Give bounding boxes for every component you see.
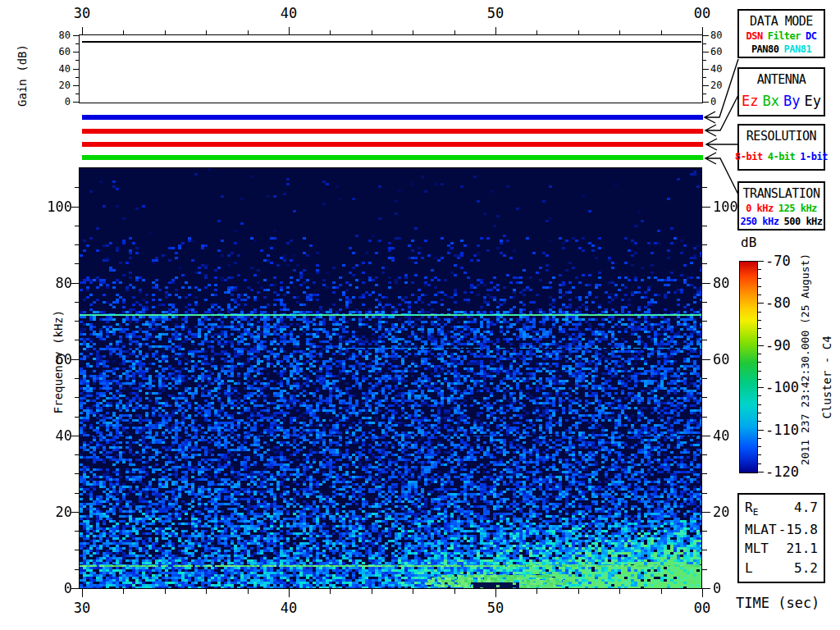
tick <box>71 207 80 208</box>
tick-label: -100 <box>765 381 799 395</box>
tick <box>757 303 764 304</box>
ephemeris-row: RE4.7 <box>739 501 824 517</box>
gain-axis-label: Gain (dB) <box>16 44 28 107</box>
tick-label: 50 <box>487 601 504 615</box>
panel-translation: TRANSLATION 0 kHz125 kHz250 kHz500 kHz <box>737 181 825 231</box>
tick <box>757 446 761 447</box>
tick <box>73 52 80 52</box>
tick <box>757 294 761 295</box>
tick <box>702 52 709 52</box>
tick <box>75 417 80 418</box>
ephemeris-label: MLT <box>745 542 769 555</box>
antenna-value: Bx <box>763 93 779 109</box>
data-mode-value: DSN <box>746 30 763 42</box>
tick <box>75 473 80 474</box>
tick-label: -70 <box>765 254 791 268</box>
tick-label: 0 <box>64 582 72 596</box>
tick <box>702 454 707 455</box>
tick <box>757 413 761 413</box>
tick <box>73 35 80 36</box>
ephemeris-label: RE <box>745 501 758 517</box>
tick <box>73 69 80 70</box>
tick <box>75 397 80 398</box>
tick-label: 40 <box>56 429 72 443</box>
data-mode-value: Filter <box>768 30 801 42</box>
tick <box>757 345 764 346</box>
tick-label: 60 <box>713 353 729 367</box>
tick-label: 40 <box>281 7 297 21</box>
tick <box>75 60 80 61</box>
antenna-value: Ey <box>804 93 820 109</box>
tick <box>702 207 710 208</box>
gain-trace <box>82 41 701 43</box>
tick-label: 0 <box>65 97 71 107</box>
tick-label: 20 <box>59 80 71 90</box>
tick <box>702 397 707 398</box>
tick <box>702 493 707 494</box>
tick <box>330 30 331 35</box>
tick <box>757 395 761 396</box>
tick-label: 00 <box>694 7 710 21</box>
tick <box>206 589 207 594</box>
tick-label: 80 <box>56 276 72 290</box>
tick <box>75 378 80 379</box>
tick <box>702 187 707 188</box>
tick <box>757 387 764 388</box>
tick <box>75 340 80 340</box>
tick <box>702 340 707 340</box>
tick <box>702 27 703 35</box>
tick <box>702 302 707 303</box>
tick <box>702 569 707 570</box>
tick <box>661 30 662 35</box>
resolution-values: 8-bit4-bit1-bit <box>739 151 824 162</box>
data-mode-value: DC <box>806 30 816 42</box>
callout-translation <box>705 153 738 194</box>
tick-label: 60 <box>56 353 72 367</box>
tick-label: 00 <box>694 601 710 615</box>
tick-label: 0 <box>713 582 721 596</box>
translation-value: 125 kHz <box>778 203 817 214</box>
tick <box>702 531 707 532</box>
ephemeris-row: L5.2 <box>739 562 824 575</box>
tick <box>578 589 579 594</box>
tick <box>75 454 80 455</box>
time-axis-label: TIME (sec) <box>736 596 819 610</box>
tick <box>757 312 761 313</box>
tick <box>248 589 249 594</box>
panel-antenna: ANTENNA EzBxByEy <box>737 67 825 116</box>
tick <box>757 278 761 279</box>
translation-values: 0 kHz125 kHz <box>739 203 824 214</box>
tick <box>289 27 290 35</box>
translation-bar <box>82 155 703 160</box>
tick <box>702 359 710 360</box>
tick <box>123 589 124 594</box>
tick <box>71 588 80 589</box>
tick <box>75 493 80 494</box>
tick-label: 80 <box>713 276 729 290</box>
tick-label: -120 <box>765 465 799 479</box>
tick <box>757 421 761 422</box>
tick <box>702 550 707 550</box>
tick <box>702 94 706 94</box>
ephemeris-value: -15.8 <box>778 523 818 536</box>
tick-label: 30 <box>74 601 90 615</box>
colorbar <box>739 261 758 473</box>
data-mode-value: PAN81 <box>784 43 812 55</box>
tick <box>757 261 764 262</box>
tick <box>757 430 764 431</box>
tick <box>702 69 709 70</box>
panel-resolution: RESOLUTION 8-bit4-bit1-bit <box>737 124 825 171</box>
tick <box>82 589 83 597</box>
spacecraft-label: Cluster - C4 <box>821 336 833 418</box>
tick-label: -80 <box>765 296 791 310</box>
tick <box>702 283 710 284</box>
tick <box>619 589 620 594</box>
tick <box>75 302 80 303</box>
tick <box>702 244 707 245</box>
resolution-value: 4-bit <box>768 151 796 162</box>
data-mode-value: PAN80 <box>751 43 779 55</box>
tick <box>75 187 80 188</box>
tick <box>757 286 761 287</box>
ephemeris-value: 5.2 <box>794 562 818 575</box>
panel-resolution-title: RESOLUTION <box>739 126 824 144</box>
